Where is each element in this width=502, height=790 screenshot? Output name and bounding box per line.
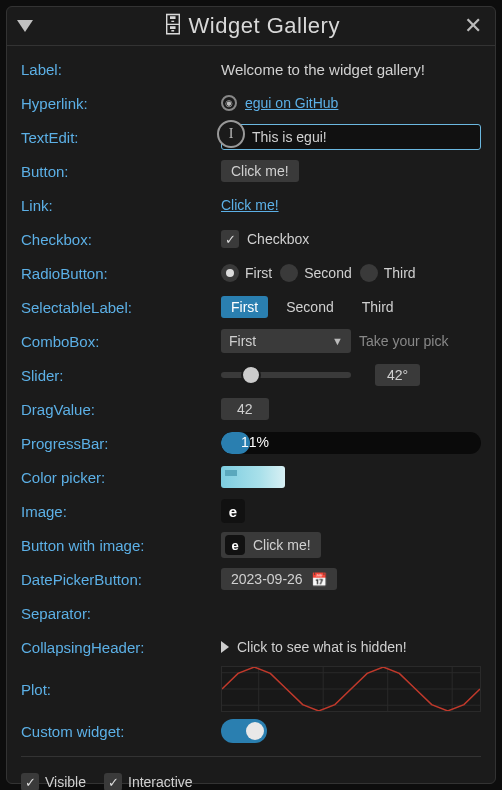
row-radio: RadioButton: First Second Third bbox=[21, 258, 481, 288]
window: 🗄Widget Gallery ✕ Label: Welcome to the … bbox=[6, 6, 496, 784]
row-hyperlink: Hyperlink: ◉ egui on GitHub bbox=[21, 88, 481, 118]
row-checkbox: Checkbox: Checkbox bbox=[21, 224, 481, 254]
progressbar: 11% bbox=[221, 432, 481, 454]
datepicker-value: 2023-09-26 bbox=[231, 571, 303, 587]
window-title-text: Widget Gallery bbox=[189, 13, 340, 38]
calendar-icon: 📅 bbox=[311, 572, 327, 587]
ibeam-cursor-icon: I bbox=[217, 120, 245, 148]
row-plot: Plot: bbox=[21, 666, 481, 712]
selectable-second[interactable]: Second bbox=[276, 296, 343, 318]
datepicker-label: DatePickerButton: bbox=[21, 571, 221, 588]
interactive-checkbox[interactable]: Interactive bbox=[104, 773, 193, 790]
progressbar-label: ProgressBar: bbox=[21, 435, 221, 452]
radio-icon bbox=[221, 264, 239, 282]
button-with-image[interactable]: e Click me! bbox=[221, 532, 321, 558]
label-label: Label: bbox=[21, 61, 221, 78]
row-separator: Separator: bbox=[21, 598, 481, 628]
row-custom: Custom widget: bbox=[21, 716, 481, 746]
toggle-switch[interactable] bbox=[221, 719, 267, 743]
row-datepicker: DatePickerButton: 2023-09-26 📅 bbox=[21, 564, 481, 594]
radio-icon bbox=[280, 264, 298, 282]
textedit-wrapper: I bbox=[221, 124, 481, 150]
separator-line bbox=[21, 756, 481, 757]
button-label: Button: bbox=[21, 163, 221, 180]
checkbox-label: Checkbox: bbox=[21, 231, 221, 248]
triangle-right-icon bbox=[221, 641, 229, 653]
interactive-text: Interactive bbox=[128, 774, 193, 790]
radio-icon bbox=[360, 264, 378, 282]
combobox-label: ComboBox: bbox=[21, 333, 221, 350]
github-icon: ◉ bbox=[221, 95, 237, 111]
radio-first-text: First bbox=[245, 265, 272, 281]
radio-third-text: Third bbox=[384, 265, 416, 281]
visible-text: Visible bbox=[45, 774, 86, 790]
combobox-selected: First bbox=[229, 333, 256, 349]
textedit-input[interactable] bbox=[221, 124, 481, 150]
collapsing-text: Click to see what is hidden! bbox=[237, 639, 407, 655]
link-label: Link: bbox=[21, 197, 221, 214]
slider-thumb[interactable] bbox=[241, 365, 261, 385]
button-image-text: Click me! bbox=[253, 537, 311, 553]
egui-logo-icon: e bbox=[221, 499, 245, 523]
selectable-label: SelectableLabel: bbox=[21, 299, 221, 316]
titlebar: 🗄Widget Gallery ✕ bbox=[7, 7, 495, 46]
row-dragvalue: DragValue: 42 bbox=[21, 394, 481, 424]
check-icon bbox=[21, 773, 39, 790]
dragvalue[interactable]: 42 bbox=[221, 398, 269, 420]
progressbar-text: 11% bbox=[241, 434, 269, 450]
collapsing-header[interactable]: Click to see what is hidden! bbox=[221, 639, 481, 655]
radio-third[interactable]: Third bbox=[360, 264, 416, 282]
radio-first[interactable]: First bbox=[221, 264, 272, 282]
link-clickme[interactable]: Click me! bbox=[221, 197, 279, 213]
slider-label: Slider: bbox=[21, 367, 221, 384]
datepicker-button[interactable]: 2023-09-26 📅 bbox=[221, 568, 337, 590]
row-slider: Slider: 42° bbox=[21, 360, 481, 390]
custom-label: Custom widget: bbox=[21, 723, 221, 740]
visible-checkbox[interactable]: Visible bbox=[21, 773, 86, 790]
checkbox-text: Checkbox bbox=[247, 231, 309, 247]
chevron-down-icon: ▼ bbox=[332, 335, 343, 347]
footer-options: Visible Interactive bbox=[21, 767, 481, 790]
label-value: Welcome to the widget gallery! bbox=[221, 61, 481, 78]
row-colorpicker: Color picker: bbox=[21, 462, 481, 492]
combobox[interactable]: First ▼ bbox=[221, 329, 351, 353]
row-textedit: TextEdit: I bbox=[21, 122, 481, 152]
textedit-label: TextEdit: bbox=[21, 129, 221, 146]
collapse-window-icon[interactable] bbox=[17, 20, 33, 32]
color-swatch[interactable] bbox=[221, 466, 285, 488]
button-image-label: Button with image: bbox=[21, 537, 221, 554]
body: Label: Welcome to the widget gallery! Hy… bbox=[7, 46, 495, 790]
row-collapsing: CollapsingHeader: Click to see what is h… bbox=[21, 632, 481, 662]
button-clickme[interactable]: Click me! bbox=[221, 160, 299, 182]
combobox-hint: Take your pick bbox=[359, 333, 448, 349]
selectable-first[interactable]: First bbox=[221, 296, 268, 318]
colorpicker-label: Color picker: bbox=[21, 469, 221, 486]
slider-value[interactable]: 42° bbox=[375, 364, 420, 386]
plot-widget[interactable] bbox=[221, 666, 481, 712]
radio-label: RadioButton: bbox=[21, 265, 221, 282]
plot-label: Plot: bbox=[21, 681, 221, 698]
row-button-image: Button with image: e Click me! bbox=[21, 530, 481, 560]
row-combobox: ComboBox: First ▼ Take your pick bbox=[21, 326, 481, 356]
dragvalue-label: DragValue: bbox=[21, 401, 221, 418]
image-label: Image: bbox=[21, 503, 221, 520]
collapsing-label: CollapsingHeader: bbox=[21, 639, 221, 656]
row-label: Label: Welcome to the widget gallery! bbox=[21, 54, 481, 84]
hyperlink[interactable]: egui on GitHub bbox=[245, 95, 338, 111]
window-icon: 🗄 bbox=[162, 13, 185, 38]
row-link: Link: Click me! bbox=[21, 190, 481, 220]
slider[interactable] bbox=[221, 365, 351, 385]
radio-second-text: Second bbox=[304, 265, 351, 281]
checkbox-input[interactable] bbox=[221, 230, 239, 248]
row-image: Image: e bbox=[21, 496, 481, 526]
radio-second[interactable]: Second bbox=[280, 264, 351, 282]
row-button: Button: Click me! bbox=[21, 156, 481, 186]
selectable-third[interactable]: Third bbox=[352, 296, 404, 318]
separator-label: Separator: bbox=[21, 605, 221, 622]
close-icon[interactable]: ✕ bbox=[461, 13, 485, 39]
window-title: 🗄Widget Gallery bbox=[41, 13, 461, 39]
row-progressbar: ProgressBar: 11% bbox=[21, 428, 481, 458]
check-icon bbox=[104, 773, 122, 790]
hyperlink-label: Hyperlink: bbox=[21, 95, 221, 112]
egui-logo-icon: e bbox=[225, 535, 245, 555]
